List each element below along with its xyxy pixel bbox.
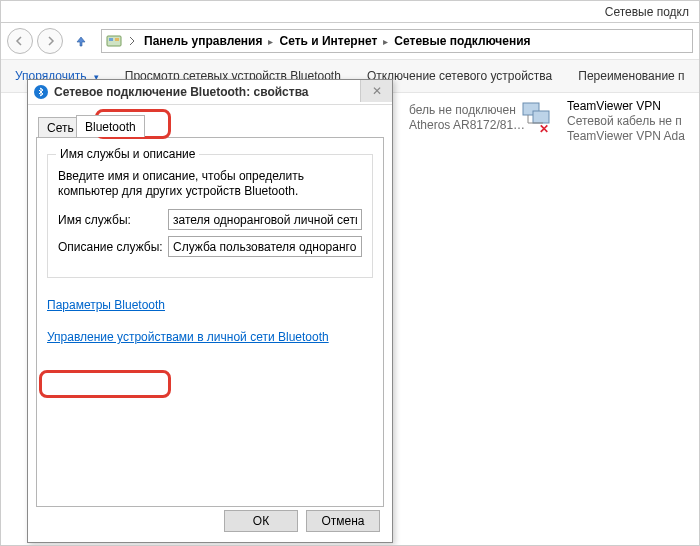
close-button[interactable]: ✕ (360, 80, 392, 102)
partial-item-text: бель не подключен Atheros AR8172/81… (409, 103, 525, 133)
group-description: Введите имя и описание, чтобы определить… (58, 169, 362, 199)
breadcrumb: Панель управления ▸ Сеть и Интернет ▸ Се… (142, 32, 533, 50)
crumb-control-panel[interactable]: Панель управления (142, 32, 264, 50)
forward-button[interactable] (37, 28, 63, 54)
tab-bluetooth[interactable]: Bluetooth (76, 115, 145, 137)
network-item-adapter: TeamViewer VPN Ada (567, 129, 685, 144)
service-name-label: Имя службы: (58, 213, 168, 227)
svg-rect-1 (109, 38, 113, 41)
network-item-title: TeamViewer VPN (567, 99, 685, 114)
dialog-titlebar[interactable]: Сетевое подключение Bluetooth: свойства … (28, 80, 392, 105)
row-service-desc: Описание службы: (58, 236, 362, 257)
network-item-text: TeamViewer VPN Сетевой кабель не п TeamV… (567, 99, 685, 144)
row-service-name: Имя службы: (58, 209, 362, 230)
network-adapter-icon: ✕ (519, 99, 559, 135)
rename-device[interactable]: Переименование п (578, 69, 684, 83)
dialog-buttons: ОК Отмена (224, 510, 380, 532)
up-button[interactable] (71, 31, 91, 51)
close-icon: ✕ (372, 84, 382, 98)
service-name-input[interactable] (168, 209, 362, 230)
svg-rect-2 (115, 38, 119, 41)
disable-device[interactable]: Отключение сетевого устройства (367, 69, 552, 83)
back-button[interactable] (7, 28, 33, 54)
bluetooth-icon (34, 85, 48, 99)
service-desc-input[interactable] (168, 236, 362, 257)
properties-dialog: Сетевое подключение Bluetooth: свойства … (27, 79, 393, 543)
window-title: Сетевые подкл (605, 5, 689, 19)
chevron-right-icon (128, 35, 136, 47)
link-bluetooth-params[interactable]: Параметры Bluetooth (47, 298, 165, 312)
network-item-status: Сетевой кабель не п (567, 114, 685, 129)
network-item-teamviewer[interactable]: ✕ TeamViewer VPN Сетевой кабель не п Tea… (519, 99, 691, 144)
chevron-right-icon: ▸ (266, 36, 275, 47)
group-service-name: Имя службы и описание Введите имя и опис… (47, 154, 373, 278)
tab-strip: Сеть Bluetooth (36, 115, 384, 137)
chevron-right-icon: ▸ (381, 36, 390, 47)
tab-panel: Имя службы и описание Введите имя и опис… (36, 137, 384, 507)
link-manage-pan[interactable]: Управление устройствами в личной сети Bl… (47, 330, 329, 344)
crumb-network-internet[interactable]: Сеть и Интернет (277, 32, 379, 50)
address-bar[interactable]: Панель управления ▸ Сеть и Интернет ▸ Се… (101, 29, 693, 53)
dialog-title: Сетевое подключение Bluetooth: свойства (54, 85, 309, 99)
window-titlebar: Сетевые подкл (1, 1, 699, 23)
svg-text:✕: ✕ (539, 122, 549, 135)
navbar: Панель управления ▸ Сеть и Интернет ▸ Се… (1, 23, 699, 59)
service-desc-label: Описание службы: (58, 240, 168, 254)
cancel-button[interactable]: Отмена (306, 510, 380, 532)
control-panel-icon (106, 33, 122, 49)
ok-button[interactable]: ОК (224, 510, 298, 532)
group-legend: Имя службы и описание (56, 147, 199, 161)
crumb-network-connections[interactable]: Сетевые подключения (392, 32, 532, 50)
